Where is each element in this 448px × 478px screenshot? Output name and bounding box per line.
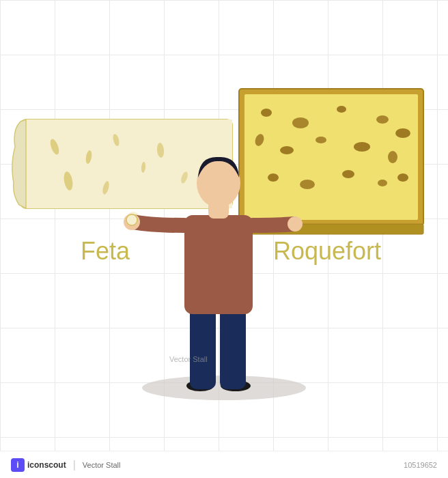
- bottom-left-info: i iconscout | Vector Stall: [11, 458, 120, 472]
- logo-letter: i: [16, 460, 18, 470]
- svg-rect-35: [184, 215, 253, 314]
- svg-point-24: [342, 170, 354, 178]
- iconscout-logo: i iconscout: [11, 458, 66, 472]
- svg-point-21: [388, 151, 397, 163]
- svg-point-13: [292, 117, 309, 128]
- vector-stall-label: Vector Stall: [83, 461, 121, 469]
- svg-point-23: [300, 180, 315, 189]
- watermark-text: Vector Stall: [169, 355, 208, 363]
- logo-label: iconscout: [27, 460, 66, 470]
- feta-label: Feta: [81, 237, 130, 265]
- svg-point-22: [268, 173, 279, 182]
- svg-point-26: [397, 173, 408, 182]
- svg-point-14: [337, 106, 346, 113]
- svg-point-19: [316, 137, 326, 143]
- roquefort-label: Roquefort: [273, 237, 381, 265]
- svg-point-16: [395, 128, 410, 138]
- logo-icon: i: [11, 458, 25, 472]
- svg-point-18: [280, 146, 294, 154]
- svg-point-37: [126, 214, 137, 225]
- svg-point-38: [288, 216, 303, 231]
- main-illustration: Feta Roquefort: [0, 0, 448, 478]
- bottom-bar: i iconscout | Vector Stall 10519652: [0, 451, 448, 478]
- svg-rect-33: [190, 307, 216, 389]
- svg-point-12: [261, 109, 272, 117]
- image-id: 10519652: [404, 461, 437, 469]
- svg-point-15: [376, 115, 389, 124]
- svg-point-20: [354, 142, 370, 152]
- svg-point-25: [378, 180, 387, 186]
- svg-rect-34: [220, 307, 246, 389]
